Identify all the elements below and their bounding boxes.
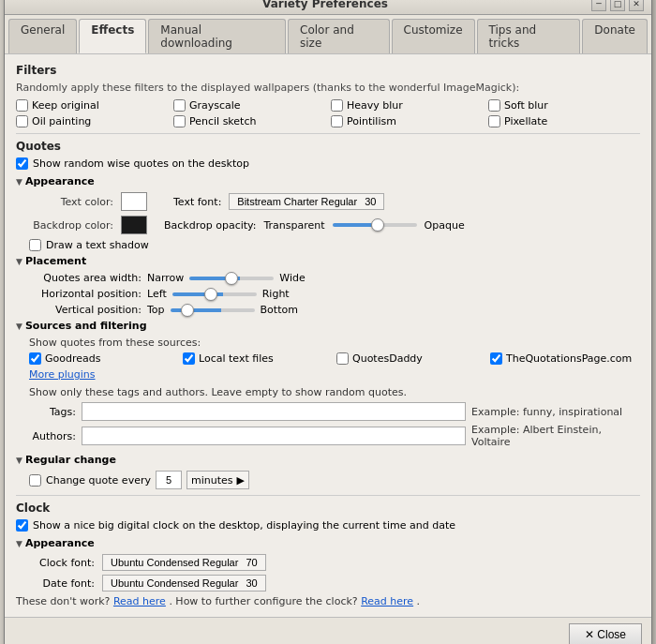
quotes-placement-label: Placement xyxy=(25,255,86,267)
filter-keep-original-checkbox[interactable] xyxy=(16,99,28,112)
regular-change-header[interactable]: ▼ Regular change xyxy=(16,454,640,466)
change-quote-interval[interactable] xyxy=(156,471,182,489)
filter-grayscale-checkbox[interactable] xyxy=(173,99,186,112)
filter-oil-painting-checkbox[interactable] xyxy=(16,115,28,127)
clock-end-text: . xyxy=(417,595,421,607)
text-color-picker[interactable] xyxy=(121,192,147,211)
clock-mid-text: . How to further configure the clock? xyxy=(169,595,357,607)
source-goodreads-label: Goodreads xyxy=(45,352,100,365)
clock-appearance-header[interactable]: ▼ Appearance xyxy=(16,537,640,549)
minimize-button[interactable]: ─ xyxy=(591,0,606,11)
clock-section: Clock Show a nice big digital clock on t… xyxy=(16,502,640,607)
filter-pointilism: Pointilism xyxy=(331,115,483,127)
tab-customize[interactable]: Customize xyxy=(392,19,475,53)
regular-change-content: Change quote every minutes ▶ xyxy=(29,471,640,489)
minutes-dropdown[interactable]: minutes ▶ xyxy=(186,471,249,489)
date-font-name: Ubuntu Condensed Regular xyxy=(111,577,238,589)
text-color-row: Text color: Text font: Bitstream Charter… xyxy=(29,192,640,211)
divider-1 xyxy=(16,133,640,134)
quotes-placement-section: ▼ Placement Quotes area width: Narrow Wi… xyxy=(16,255,640,316)
draw-shadow-checkbox[interactable] xyxy=(29,239,41,251)
filter-pointilism-checkbox[interactable] xyxy=(331,115,343,127)
filter-soft-blur-checkbox[interactable] xyxy=(488,99,500,112)
horiz-pos-label: Horizontal position: xyxy=(29,288,142,300)
source-quotesdaddy-checkbox[interactable] xyxy=(336,352,349,365)
narrow-label: Narrow xyxy=(147,272,184,284)
source-goodreads-checkbox[interactable] xyxy=(29,352,41,365)
tags-input[interactable] xyxy=(82,402,466,421)
footer: ✕ Close xyxy=(5,617,651,644)
change-quote-row: Change quote every minutes ▶ xyxy=(29,471,640,489)
date-font-row: Date font: Ubuntu Condensed Regular 30 xyxy=(29,575,640,592)
change-quote-checkbox[interactable] xyxy=(29,474,41,487)
source-quotesdaddy: QuotesDaddy xyxy=(336,352,486,365)
show-quotes-row: Show random wise quotes on the desktop xyxy=(16,157,640,170)
more-plugins-link[interactable]: More plugins xyxy=(29,368,640,381)
backdrop-row: Backdrop color: Backdrop opacity: Transp… xyxy=(29,216,640,234)
filter-heavy-blur: Heavy blur xyxy=(331,99,483,112)
authors-example: Example: Albert Einstein, Voltaire xyxy=(471,424,640,448)
quotes-placement-header[interactable]: ▼ Placement xyxy=(16,255,640,267)
filter-grayscale-label: Grayscale xyxy=(189,99,241,112)
show-quotes-checkbox[interactable] xyxy=(16,157,28,170)
filters-title: Filters xyxy=(16,64,640,77)
bottom-label: Bottom xyxy=(261,304,298,316)
text-color-label: Text color: xyxy=(29,196,113,208)
clock-help-text: These don't work? Read here . How to fur… xyxy=(16,595,640,607)
filter-heavy-blur-checkbox[interactable] xyxy=(331,99,343,112)
show-clock-checkbox[interactable] xyxy=(16,519,28,532)
tab-donate[interactable]: Donate xyxy=(582,19,648,53)
backdrop-color-picker[interactable] xyxy=(121,216,147,234)
filters-description: Randomly apply these filters to the disp… xyxy=(16,82,640,94)
tab-manual-downloading[interactable]: Manual downloading xyxy=(148,19,286,53)
filter-pixellate-checkbox[interactable] xyxy=(488,115,500,127)
quotes-sources-content: Show quotes from these sources: Goodread… xyxy=(29,337,640,448)
clock-font-label: Clock font: xyxy=(29,557,95,569)
tab-tips-and-tricks[interactable]: Tips and tricks xyxy=(477,19,581,53)
right-label: Right xyxy=(262,288,290,300)
read-here-2-link[interactable]: Read here xyxy=(361,595,413,607)
source-local-text-checkbox[interactable] xyxy=(183,352,195,365)
horiz-slider[interactable] xyxy=(172,292,257,296)
quotes-sources-header[interactable]: ▼ Sources and filtering xyxy=(16,320,640,332)
show-quotes-label: Show random wise quotes on the desktop xyxy=(33,157,249,170)
filter-heavy-blur-label: Heavy blur xyxy=(347,99,403,112)
text-font-button[interactable]: Bitstream Charter Regular 30 xyxy=(229,193,384,210)
opacity-slider[interactable] xyxy=(333,223,417,227)
quotes-sources-arrow: ▼ xyxy=(16,322,22,331)
sources-desc: Show quotes from these sources: xyxy=(29,337,640,349)
tab-effects[interactable]: Effects xyxy=(79,19,146,53)
maximize-button[interactable]: □ xyxy=(610,0,625,11)
source-quotesdaddy-label: QuotesDaddy xyxy=(352,352,423,365)
source-local-text: Local text files xyxy=(183,352,333,365)
clock-title: Clock xyxy=(16,502,640,515)
tabs-bar: General Effects Manual downloading Color… xyxy=(5,15,651,54)
close-button[interactable]: ✕ xyxy=(629,0,644,11)
read-here-1-link[interactable]: Read here xyxy=(113,595,166,607)
filter-pencil-sketch-checkbox[interactable] xyxy=(173,115,186,127)
filter-keep-original: Keep original xyxy=(16,99,168,112)
close-button-footer[interactable]: ✕ Close xyxy=(569,623,642,644)
vert-slider[interactable] xyxy=(171,308,255,312)
text-font-name: Bitstream Charter Regular xyxy=(237,196,357,207)
wide-label: Wide xyxy=(279,272,305,284)
tab-color-and-size[interactable]: Color and size xyxy=(288,19,390,53)
show-clock-row: Show a nice big digital clock on the des… xyxy=(16,519,640,532)
quotes-appearance-header[interactable]: ▼ Appearance xyxy=(16,175,640,187)
source-thequotationspage-checkbox[interactable] xyxy=(490,352,502,365)
quotes-title: Quotes xyxy=(16,140,640,153)
date-font-label: Date font: xyxy=(29,577,95,590)
text-font-label: Text font: xyxy=(173,196,221,208)
clock-font-name: Ubuntu Condensed Regular xyxy=(111,557,238,568)
clock-font-button[interactable]: Ubuntu Condensed Regular 70 xyxy=(102,554,266,571)
width-slider[interactable] xyxy=(189,277,274,280)
tab-general[interactable]: General xyxy=(8,19,77,53)
clock-appearance-content: Clock font: Ubuntu Condensed Regular 70 … xyxy=(29,554,640,592)
filters-section: Filters Randomly apply these filters to … xyxy=(16,64,640,127)
show-clock-label: Show a nice big digital clock on the des… xyxy=(33,519,455,532)
source-local-text-label: Local text files xyxy=(199,352,274,365)
filter-keep-original-label: Keep original xyxy=(32,99,99,112)
date-font-button[interactable]: Ubuntu Condensed Regular 30 xyxy=(102,575,266,592)
authors-input[interactable] xyxy=(82,427,466,445)
quotes-sources-section: ▼ Sources and filtering Show quotes from… xyxy=(16,320,640,448)
